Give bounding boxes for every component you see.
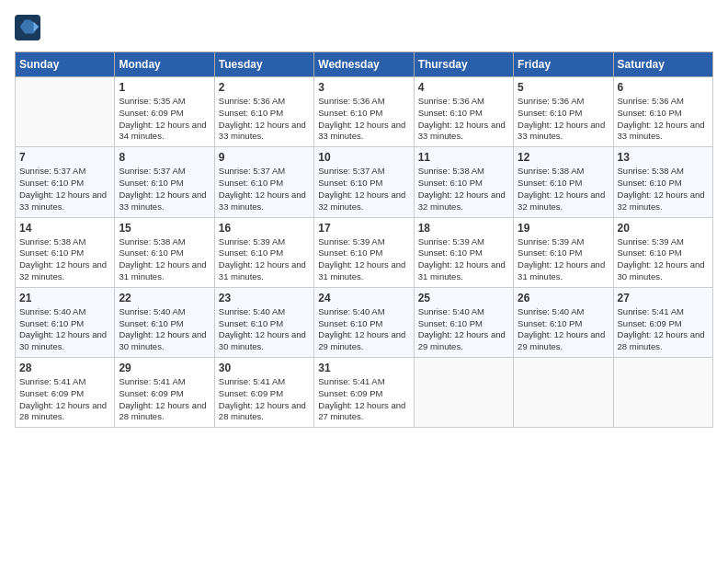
calendar-cell: 21Sunrise: 5:40 AM Sunset: 6:10 PM Dayli… [16, 287, 115, 357]
day-number: 9 [219, 151, 310, 164]
calendar-cell: 6Sunrise: 5:36 AM Sunset: 6:10 PM Daylig… [613, 77, 712, 147]
day-info: Sunrise: 5:37 AM Sunset: 6:10 PM Dayligh… [318, 166, 409, 213]
day-info: Sunrise: 5:36 AM Sunset: 6:10 PM Dayligh… [618, 96, 709, 143]
day-info: Sunrise: 5:35 AM Sunset: 6:09 PM Dayligh… [119, 96, 210, 143]
day-info: Sunrise: 5:38 AM Sunset: 6:10 PM Dayligh… [119, 236, 210, 283]
calendar-cell: 24Sunrise: 5:40 AM Sunset: 6:10 PM Dayli… [314, 287, 414, 357]
logo [15, 15, 42, 40]
day-info: Sunrise: 5:37 AM Sunset: 6:10 PM Dayligh… [119, 166, 210, 213]
calendar-cell: 31Sunrise: 5:41 AM Sunset: 6:09 PM Dayli… [314, 358, 414, 428]
calendar-week-row: 28Sunrise: 5:41 AM Sunset: 6:09 PM Dayli… [16, 358, 713, 428]
day-info: Sunrise: 5:38 AM Sunset: 6:10 PM Dayligh… [518, 166, 609, 213]
calendar-cell: 5Sunrise: 5:36 AM Sunset: 6:10 PM Daylig… [514, 77, 613, 147]
calendar-cell: 22Sunrise: 5:40 AM Sunset: 6:10 PM Dayli… [115, 287, 214, 357]
day-info: Sunrise: 5:38 AM Sunset: 6:10 PM Dayligh… [618, 166, 709, 213]
day-info: Sunrise: 5:40 AM Sunset: 6:10 PM Dayligh… [119, 306, 210, 353]
calendar-week-row: 1Sunrise: 5:35 AM Sunset: 6:09 PM Daylig… [16, 77, 713, 147]
calendar-cell: 16Sunrise: 5:39 AM Sunset: 6:10 PM Dayli… [214, 217, 313, 287]
day-info: Sunrise: 5:38 AM Sunset: 6:10 PM Dayligh… [418, 166, 509, 213]
day-number: 27 [618, 292, 709, 304]
day-number: 1 [119, 81, 210, 94]
day-info: Sunrise: 5:40 AM Sunset: 6:10 PM Dayligh… [418, 306, 509, 353]
calendar-cell: 26Sunrise: 5:40 AM Sunset: 6:10 PM Dayli… [514, 287, 613, 357]
calendar-cell: 20Sunrise: 5:39 AM Sunset: 6:10 PM Dayli… [613, 217, 712, 287]
calendar-cell [613, 358, 712, 428]
day-info: Sunrise: 5:39 AM Sunset: 6:10 PM Dayligh… [618, 236, 709, 283]
day-info: Sunrise: 5:36 AM Sunset: 6:10 PM Dayligh… [318, 96, 409, 143]
day-number: 13 [618, 151, 709, 164]
calendar-cell [16, 77, 115, 147]
calendar-cell: 25Sunrise: 5:40 AM Sunset: 6:10 PM Dayli… [414, 287, 513, 357]
day-info: Sunrise: 5:38 AM Sunset: 6:10 PM Dayligh… [19, 236, 110, 283]
day-info: Sunrise: 5:41 AM Sunset: 6:09 PM Dayligh… [19, 376, 110, 423]
day-info: Sunrise: 5:36 AM Sunset: 6:10 PM Dayligh… [418, 96, 509, 143]
day-info: Sunrise: 5:36 AM Sunset: 6:10 PM Dayligh… [219, 96, 310, 143]
day-info: Sunrise: 5:41 AM Sunset: 6:09 PM Dayligh… [618, 306, 709, 353]
day-info: Sunrise: 5:41 AM Sunset: 6:09 PM Dayligh… [318, 376, 409, 423]
day-number: 25 [418, 292, 509, 304]
day-number: 18 [418, 222, 509, 235]
weekday-header: Wednesday [314, 52, 414, 77]
calendar-cell: 12Sunrise: 5:38 AM Sunset: 6:10 PM Dayli… [514, 147, 613, 217]
calendar-cell: 17Sunrise: 5:39 AM Sunset: 6:10 PM Dayli… [314, 217, 414, 287]
calendar-cell: 13Sunrise: 5:38 AM Sunset: 6:10 PM Dayli… [613, 147, 712, 217]
weekday-header: Saturday [613, 52, 712, 77]
day-number: 24 [318, 292, 409, 304]
calendar-cell [514, 358, 613, 428]
day-info: Sunrise: 5:40 AM Sunset: 6:10 PM Dayligh… [19, 306, 110, 353]
day-number: 17 [318, 222, 409, 235]
day-number: 12 [518, 151, 609, 164]
calendar-cell: 11Sunrise: 5:38 AM Sunset: 6:10 PM Dayli… [414, 147, 513, 217]
day-number: 19 [518, 222, 609, 235]
calendar-cell: 29Sunrise: 5:41 AM Sunset: 6:09 PM Dayli… [115, 358, 214, 428]
day-info: Sunrise: 5:39 AM Sunset: 6:10 PM Dayligh… [518, 236, 609, 283]
calendar-cell: 1Sunrise: 5:35 AM Sunset: 6:09 PM Daylig… [115, 77, 214, 147]
day-number: 31 [318, 362, 409, 374]
day-info: Sunrise: 5:39 AM Sunset: 6:10 PM Dayligh… [318, 236, 409, 283]
calendar-week-row: 14Sunrise: 5:38 AM Sunset: 6:10 PM Dayli… [16, 217, 713, 287]
day-number: 16 [219, 222, 310, 235]
day-info: Sunrise: 5:41 AM Sunset: 6:09 PM Dayligh… [219, 376, 310, 423]
weekday-header: Tuesday [214, 52, 313, 77]
day-number: 28 [19, 362, 110, 374]
calendar-cell: 2Sunrise: 5:36 AM Sunset: 6:10 PM Daylig… [214, 77, 313, 147]
day-info: Sunrise: 5:39 AM Sunset: 6:10 PM Dayligh… [219, 236, 310, 283]
day-number: 2 [219, 81, 310, 94]
day-info: Sunrise: 5:40 AM Sunset: 6:10 PM Dayligh… [518, 306, 609, 353]
calendar-cell: 19Sunrise: 5:39 AM Sunset: 6:10 PM Dayli… [514, 217, 613, 287]
day-number: 8 [119, 151, 210, 164]
weekday-header: Sunday [16, 52, 115, 77]
calendar-cell [414, 358, 513, 428]
weekday-header: Monday [115, 52, 214, 77]
day-info: Sunrise: 5:40 AM Sunset: 6:10 PM Dayligh… [318, 306, 409, 353]
day-number: 4 [418, 81, 509, 94]
day-number: 11 [418, 151, 509, 164]
day-number: 20 [618, 222, 709, 235]
day-number: 5 [518, 81, 609, 94]
day-number: 26 [518, 292, 609, 304]
day-number: 30 [219, 362, 310, 374]
day-number: 29 [119, 362, 210, 374]
calendar-cell: 18Sunrise: 5:39 AM Sunset: 6:10 PM Dayli… [414, 217, 513, 287]
calendar-cell: 27Sunrise: 5:41 AM Sunset: 6:09 PM Dayli… [613, 287, 712, 357]
calendar-cell: 4Sunrise: 5:36 AM Sunset: 6:10 PM Daylig… [414, 77, 513, 147]
weekday-header: Thursday [414, 52, 513, 77]
calendar-cell: 7Sunrise: 5:37 AM Sunset: 6:10 PM Daylig… [16, 147, 115, 217]
calendar-cell: 14Sunrise: 5:38 AM Sunset: 6:10 PM Dayli… [16, 217, 115, 287]
calendar-cell: 23Sunrise: 5:40 AM Sunset: 6:10 PM Dayli… [214, 287, 313, 357]
calendar-week-row: 7Sunrise: 5:37 AM Sunset: 6:10 PM Daylig… [16, 147, 713, 217]
day-number: 14 [19, 222, 110, 235]
day-number: 6 [618, 81, 709, 94]
calendar-cell: 15Sunrise: 5:38 AM Sunset: 6:10 PM Dayli… [115, 217, 214, 287]
day-number: 10 [318, 151, 409, 164]
day-number: 7 [19, 151, 110, 164]
day-number: 21 [19, 292, 110, 304]
day-number: 22 [119, 292, 210, 304]
calendar-table: SundayMondayTuesdayWednesdayThursdayFrid… [15, 52, 713, 428]
calendar-cell: 30Sunrise: 5:41 AM Sunset: 6:09 PM Dayli… [214, 358, 313, 428]
day-info: Sunrise: 5:37 AM Sunset: 6:10 PM Dayligh… [219, 166, 310, 213]
calendar-cell: 28Sunrise: 5:41 AM Sunset: 6:09 PM Dayli… [16, 358, 115, 428]
calendar-body: 1Sunrise: 5:35 AM Sunset: 6:09 PM Daylig… [16, 77, 713, 428]
calendar-week-row: 21Sunrise: 5:40 AM Sunset: 6:10 PM Dayli… [16, 287, 713, 357]
calendar-cell: 9Sunrise: 5:37 AM Sunset: 6:10 PM Daylig… [214, 147, 313, 217]
